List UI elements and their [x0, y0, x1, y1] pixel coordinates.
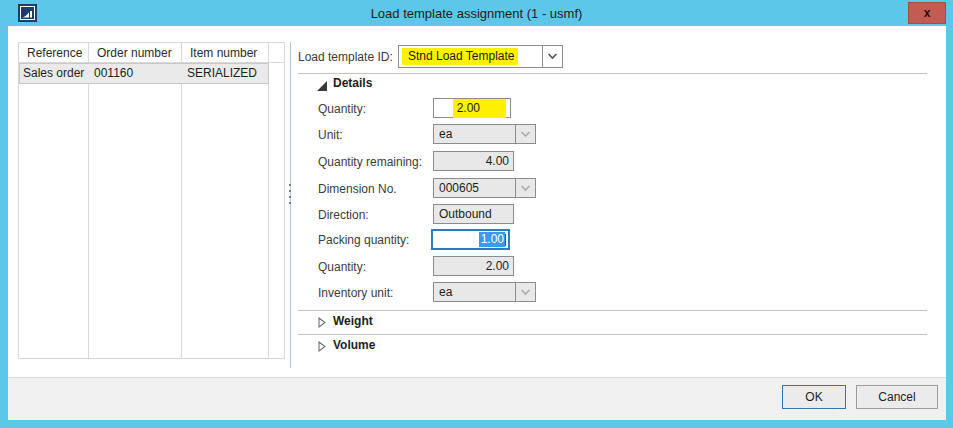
inventory-unit-label: Inventory unit:	[318, 286, 393, 300]
window-border-left	[0, 26, 8, 420]
dropdown-chevron-icon	[515, 283, 535, 301]
window-title: Load template assignment (1 - usmf)	[0, 0, 953, 26]
separator	[298, 334, 927, 335]
grid-column-divider	[181, 43, 182, 358]
grid-cell-item-number: SERIALIZED	[182, 64, 268, 83]
packing-quantity-label: Packing quantity:	[318, 233, 409, 247]
dropdown-chevron-icon[interactable]	[542, 46, 562, 67]
direction-field: Outbound	[433, 204, 514, 224]
unit-value: ea	[439, 127, 452, 141]
load-template-id-combobox[interactable]: Stnd Load Template	[398, 45, 563, 68]
packing-quantity-input[interactable]: 1.00	[431, 229, 510, 250]
grid-cell-reference: Sales order	[22, 64, 88, 83]
weight-collapsed-icon	[318, 317, 326, 331]
grid-header-reference[interactable]: Reference	[19, 43, 88, 63]
section-header-details[interactable]: Details	[333, 76, 372, 90]
load-template-assignment-dialog: Load template assignment (1 - usmf) x Re…	[0, 0, 953, 428]
grid-cell-order-number: 001160	[89, 64, 181, 83]
titlebar: Load template assignment (1 - usmf) x	[0, 0, 953, 26]
window-border-right	[946, 26, 953, 420]
inventory-unit-combobox: ea	[433, 282, 536, 302]
quantity-total-value: 2.00	[486, 259, 509, 273]
grid-header-row: Reference Order number Item number	[19, 43, 284, 63]
dimension-no-value: 000605	[439, 181, 479, 195]
close-button[interactable]: x	[908, 2, 946, 24]
separator	[298, 310, 927, 311]
inventory-unit-value: ea	[439, 285, 452, 299]
close-icon: x	[924, 6, 931, 20]
unit-label: Unit:	[318, 128, 343, 142]
section-header-weight[interactable]: Weight	[333, 314, 373, 328]
volume-collapsed-icon	[318, 341, 326, 355]
packing-quantity-selected-text: 1.00	[479, 232, 505, 247]
grid-header-order-number[interactable]: Order number	[89, 43, 181, 63]
direction-value: Outbound	[439, 207, 492, 221]
quantity-remaining-value: 4.00	[486, 154, 509, 168]
quantity-total-label: Quantity:	[318, 260, 366, 274]
reference-grid: Reference Order number Item number Sales…	[18, 42, 285, 359]
unit-combobox: ea	[433, 124, 536, 144]
ok-button[interactable]: OK	[782, 385, 846, 409]
dropdown-chevron-icon	[515, 125, 535, 143]
grid-row-selected[interactable]: Sales order 001160 SERIALIZED	[19, 63, 269, 84]
dropdown-chevron-icon	[515, 179, 535, 197]
dimension-no-combobox: 000605	[433, 178, 536, 198]
separator	[298, 73, 927, 74]
details-expanded-icon	[317, 80, 327, 94]
direction-label: Direction:	[318, 208, 369, 222]
quantity-remaining-label: Quantity remaining:	[318, 155, 422, 169]
text-caret	[505, 234, 506, 246]
grid-column-divider	[268, 43, 269, 358]
quantity-label: Quantity:	[318, 102, 366, 116]
section-header-volume[interactable]: Volume	[333, 338, 375, 352]
load-template-id-value: Stnd Load Template	[402, 48, 518, 65]
quantity-value: 2.00	[453, 99, 506, 118]
load-template-id-label: Load template ID:	[298, 50, 393, 64]
quantity-remaining-field: 4.00	[433, 151, 514, 171]
quantity-total-field: 2.00	[433, 256, 514, 276]
grid-header-item-number[interactable]: Item number	[182, 43, 268, 63]
quantity-input[interactable]: 2.00	[433, 98, 511, 118]
window-border-bottom	[0, 420, 953, 428]
cancel-button[interactable]: Cancel	[856, 385, 938, 409]
splitter-grip[interactable]	[288, 184, 292, 210]
grid-column-divider	[88, 43, 89, 358]
dimension-no-label: Dimension No.	[318, 182, 397, 196]
